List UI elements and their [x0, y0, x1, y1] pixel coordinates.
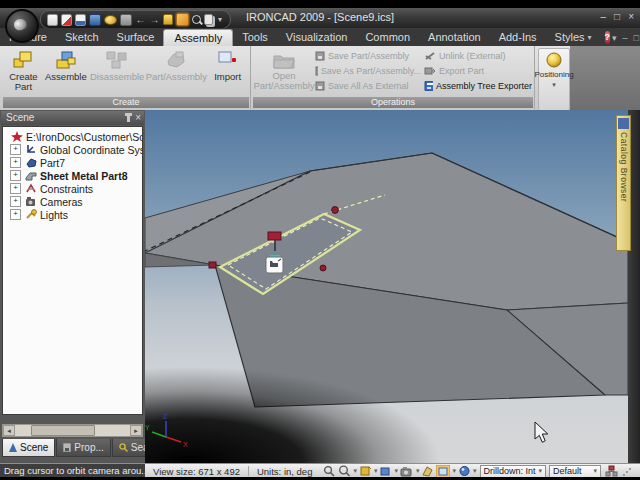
- chevron-down-icon[interactable]: ▾: [452, 467, 456, 475]
- scene-tree-horizontal-scrollbar[interactable]: ◂ ▸: [2, 424, 143, 437]
- tree-item-part7[interactable]: + Part7: [3, 156, 142, 169]
- pin-icon[interactable]: [127, 115, 130, 122]
- save-as-icon: [315, 66, 318, 76]
- new-scene-icon[interactable]: [47, 14, 58, 26]
- save-icon[interactable]: [120, 14, 132, 26]
- open-folder-icon: [271, 50, 297, 70]
- tree-item-constraints[interactable]: + Constraints: [3, 182, 142, 195]
- help-icon[interactable]: ?: [605, 31, 611, 44]
- tab-common[interactable]: Common: [356, 29, 419, 46]
- expand-icon[interactable]: +: [10, 183, 21, 194]
- chevron-down-icon[interactable]: ▾: [416, 467, 420, 475]
- zoom-tool-icon[interactable]: [192, 15, 201, 24]
- tab-annotation[interactable]: Annotation: [419, 29, 490, 46]
- expand-icon[interactable]: +: [10, 144, 21, 155]
- chevron-down-icon: ▾: [539, 467, 543, 475]
- lock-icon[interactable]: [163, 14, 173, 25]
- scrollbar-thumb[interactable]: [31, 425, 95, 436]
- tab-visualization[interactable]: Visualization: [277, 29, 357, 46]
- zoom-window-icon[interactable]: [323, 465, 336, 477]
- viewport-3d[interactable]: Z X Y: [145, 110, 628, 463]
- part-assembly-button: Part/Assembly: [145, 47, 207, 95]
- quick-access-toolbar: ← → ▾: [40, 10, 231, 29]
- catalog-browser-tab[interactable]: Catalog Browser: [616, 115, 631, 251]
- measure-tool-icon[interactable]: [176, 13, 189, 26]
- scroll-right-icon[interactable]: ▸: [130, 425, 142, 436]
- scene-tree: E:\IronDocs\Customer\Scene + Global Coor…: [2, 126, 143, 415]
- main-area: Scene × E:\IronDocs\Customer\Scene + Glo…: [0, 110, 640, 463]
- assembly-tree-exporter-icon: [424, 81, 433, 91]
- document-minimize-button[interactable]: –: [623, 33, 628, 43]
- expand-icon[interactable]: +: [10, 209, 21, 220]
- window-restore-button[interactable]: □: [614, 11, 620, 22]
- render-realistic-icon[interactable]: [458, 465, 471, 477]
- tab-properties[interactable]: Prop...: [56, 439, 110, 457]
- expand-icon[interactable]: +: [10, 170, 21, 181]
- fit-scene-icon[interactable]: [359, 465, 372, 477]
- camera-properties-icon[interactable]: [400, 465, 414, 477]
- ribbon-minimize-chevron-icon[interactable]: ▾: [612, 33, 617, 43]
- config-tree-icon[interactable]: [605, 465, 618, 477]
- tab-assembly[interactable]: Assembly: [163, 29, 233, 46]
- tab-surface[interactable]: Surface: [108, 29, 164, 46]
- link-icon[interactable]: [89, 14, 101, 26]
- assembly-tree-exporter-button[interactable]: Assembly Tree Exporter: [424, 80, 532, 92]
- look-at-icon[interactable]: [379, 465, 392, 477]
- tree-item-sheet-metal-part8[interactable]: + Sheet Metal Part8: [3, 169, 142, 182]
- render-shaded-icon[interactable]: [436, 465, 450, 478]
- save-icon: [315, 51, 325, 61]
- document-restore-button[interactable]: □: [634, 33, 639, 43]
- chevron-down-icon[interactable]: ▾: [473, 467, 477, 475]
- properties-tab-icon: [63, 443, 71, 452]
- assemble-button[interactable]: Assemble: [43, 47, 89, 95]
- drilldown-select[interactable]: Drilldown: Int ▾: [480, 465, 547, 478]
- positioning-button[interactable]: Positioning ▾: [538, 48, 570, 111]
- panel-close-icon[interactable]: ×: [135, 111, 141, 125]
- status-bar: Drag cursor to orbit camera arou... View…: [0, 463, 640, 478]
- save-all-as-external-button: Save All As External: [315, 80, 421, 92]
- expand-icon[interactable]: +: [10, 157, 21, 168]
- chevron-down-icon[interactable]: ▾: [353, 467, 357, 475]
- import-button[interactable]: Import: [207, 47, 248, 95]
- window-close-button[interactable]: ×: [628, 11, 634, 22]
- resize-grip[interactable]: [622, 467, 631, 476]
- render-style-select[interactable]: Default ▾: [549, 465, 601, 478]
- scroll-left-icon[interactable]: ◂: [3, 425, 15, 436]
- undo-icon[interactable]: ←: [135, 14, 146, 25]
- close-scene-icon[interactable]: [61, 14, 72, 26]
- tab-tools[interactable]: Tools: [233, 29, 277, 46]
- styles-menu[interactable]: Styles ▾: [546, 29, 601, 46]
- tab-add-ins[interactable]: Add-Ins: [490, 29, 546, 46]
- create-part-button[interactable]: Create Part: [4, 47, 43, 95]
- group-caption-create: Create: [3, 97, 249, 108]
- zoom-icon[interactable]: [338, 465, 351, 477]
- scene-document-icon: [10, 131, 23, 142]
- tree-item-cameras[interactable]: + Cameras: [3, 195, 142, 208]
- qat-customize-chevron-icon[interactable]: ▾: [218, 15, 222, 24]
- save-all-icon: [315, 81, 325, 91]
- tab-sketch[interactable]: Sketch: [56, 29, 108, 46]
- expand-icon[interactable]: +: [10, 196, 21, 207]
- insert-icon[interactable]: [75, 14, 86, 26]
- units-indicator: Units: in, deg: [249, 466, 320, 477]
- export-icon: [424, 66, 436, 76]
- chevron-down-icon: ▾: [594, 467, 598, 475]
- copy-icon[interactable]: [204, 14, 213, 25]
- chevron-down-icon[interactable]: ▾: [394, 467, 398, 475]
- anchor-handle[interactable]: [268, 232, 281, 240]
- tab-scene[interactable]: Scene: [2, 439, 55, 457]
- tree-item-global-coordinate-system[interactable]: + Global Coordinate System: [3, 143, 142, 156]
- redo-icon[interactable]: →: [149, 14, 160, 25]
- tree-item-scene-root[interactable]: E:\IronDocs\Customer\Scene: [3, 130, 142, 143]
- window-minimize-button[interactable]: –: [601, 11, 607, 22]
- tree-item-lights[interactable]: + Lights: [3, 208, 142, 221]
- letterbox-top: [0, 0, 640, 8]
- chevron-down-icon: ▾: [552, 81, 556, 89]
- application-menu-button[interactable]: [5, 9, 39, 43]
- z-axis-label: Z: [163, 413, 168, 420]
- triball-icon[interactable]: [104, 15, 117, 25]
- cameras-icon: [24, 196, 37, 207]
- render-facet-icon[interactable]: [421, 465, 434, 477]
- chevron-down-icon[interactable]: ▾: [374, 467, 378, 475]
- import-icon: [216, 49, 240, 71]
